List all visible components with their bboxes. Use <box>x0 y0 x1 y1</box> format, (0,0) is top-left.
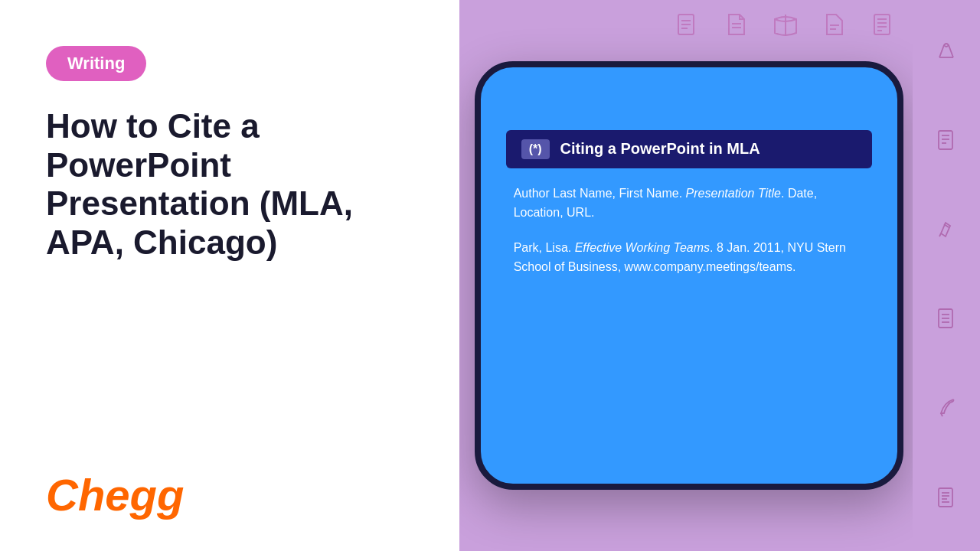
tablet-device: (*) Citing a PowerPoint in MLA Author La… <box>475 61 903 490</box>
deco-icon-5 <box>870 11 897 42</box>
right-icon-pen-2 <box>933 217 959 246</box>
top-icons-row <box>459 0 913 54</box>
right-panel: (*) Citing a PowerPoint in MLA Author La… <box>459 0 980 551</box>
svg-rect-24 <box>939 488 952 507</box>
deco-icon-2 <box>723 11 750 42</box>
left-panel: Writing How to Cite a PowerPoint Present… <box>0 0 459 551</box>
main-container: Writing How to Cite a PowerPoint Present… <box>0 0 980 551</box>
right-icon-quill-1 <box>933 395 959 424</box>
right-icons-column <box>913 0 980 551</box>
deco-icon-1 <box>674 11 701 42</box>
slide-header-title: Citing a PowerPoint in MLA <box>560 140 760 158</box>
chegg-logo: Chegg <box>46 469 421 520</box>
slide-body: Author Last Name, First Name. Presentati… <box>506 184 873 277</box>
tablet-content: (*) Citing a PowerPoint in MLA Author La… <box>506 130 873 422</box>
writing-badge: Writing <box>46 46 146 81</box>
right-icon-doc-2 <box>933 305 959 334</box>
svg-rect-8 <box>874 15 890 34</box>
asterisk-badge: (*) <box>521 139 550 159</box>
right-icon-doc-1 <box>933 127 959 156</box>
svg-line-18 <box>939 233 941 236</box>
deco-icon-3 <box>772 11 799 42</box>
right-icon-pen-1 <box>933 37 959 67</box>
citation-example: Park, Lisa. Effective Working Teams. 8 J… <box>514 238 865 277</box>
right-icon-doc-3 <box>933 484 959 514</box>
svg-rect-14 <box>939 131 952 149</box>
slide-header: (*) Citing a PowerPoint in MLA <box>506 130 873 168</box>
deco-icon-4 <box>821 11 848 42</box>
format-template: Author Last Name, First Name. Presentati… <box>514 184 865 223</box>
article-title: How to Cite a PowerPoint Presentation (M… <box>46 107 421 262</box>
left-content: Writing How to Cite a PowerPoint Present… <box>46 46 421 262</box>
